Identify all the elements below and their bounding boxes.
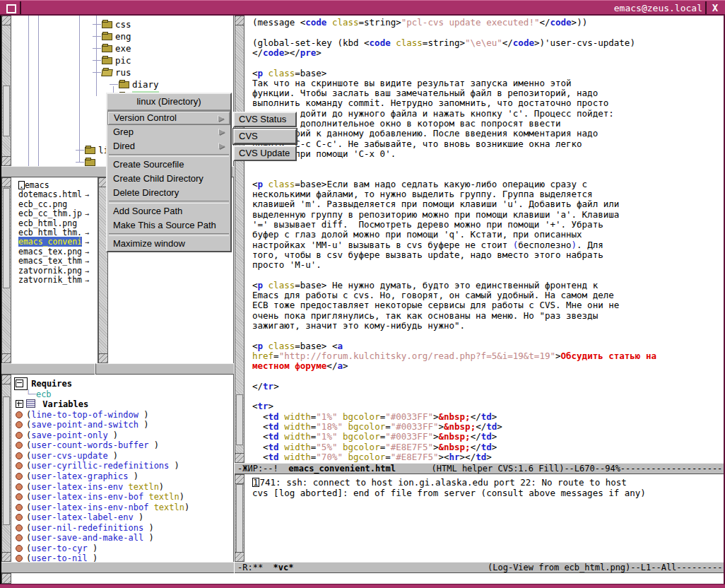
text-segment: >< [438, 452, 449, 462]
method-item-user-latex-ins-env-bof[interactable]: (user-latex-ins-env-bof textln) [16, 492, 184, 502]
menu-item-delete-directory[interactable]: Delete Directory [107, 186, 230, 200]
menu-item-create-sourcefile[interactable]: Create Sourcefile [107, 158, 230, 172]
expand-icon[interactable] [16, 400, 23, 408]
submenu-item-cvs-status[interactable]: CVS Status [233, 112, 297, 127]
editor-line: того, чтобы в csv буфере вызвать update,… [252, 250, 722, 260]
scrollbar-cap[interactable] [235, 475, 244, 484]
dir-tree-item-css[interactable]: css [1, 19, 232, 30]
method-arg [129, 471, 134, 481]
window-close-button[interactable]: X [705, 1, 724, 14]
scrollbar-cap[interactable] [2, 178, 11, 187]
ecb-sources-window[interactable]: .emacsdotemacs.html→ecb_cc.pngecb_cc_thm… [1, 177, 98, 363]
method-item-user-latex-label-env[interactable]: (user-latex-label-env ) [16, 512, 143, 522]
paren: ) [148, 533, 153, 543]
scrollbar-cap[interactable] [2, 156, 11, 165]
file-item-ecb_html.png[interactable]: ecb_html.png [18, 219, 96, 228]
tree-node-ecb[interactable]: └─ecb [16, 389, 52, 399]
file-item-emacs_tex_thm[interactable]: emacs_tex_thm→ [18, 257, 96, 266]
text-segment: "1%" [316, 411, 337, 422]
dir-tree-item-exe[interactable]: exe [1, 43, 232, 54]
method-item-user-latex-ins-env-nbof[interactable]: (user-latex-ins-env-nbof textln) [16, 502, 189, 512]
file-item-zatvornik.png[interactable]: zatvornik.png→ [18, 266, 96, 276]
method-item-user-latex-ins-env[interactable]: (user-latex-ins-env textln) [16, 482, 164, 492]
text-segment: > [343, 360, 348, 371]
dir-tree-item-eng[interactable]: eng [1, 31, 232, 42]
directories-scrollbar[interactable] [1, 16, 11, 166]
edit-window[interactable]: (message <code class=string>"pcl-cvs upd… [235, 16, 724, 463]
file-item-emacs[interactable]: .emacs [18, 181, 96, 190]
method-item-save-point-and-switch[interactable]: (save-point-and-switch ) [16, 420, 148, 430]
text-segment: 1 [252, 478, 259, 487]
method-item-user-to-nil[interactable]: (user-to-nil ) [16, 553, 98, 562]
submenu-item-cvs-update[interactable]: CVS Update [233, 146, 297, 161]
scrollbar-cap[interactable] [2, 375, 11, 384]
text-segment: class [269, 280, 295, 290]
directory-context-menu: linux (Directory) Version ControlGrepDir… [106, 93, 232, 252]
menu-item-label: Grep [113, 127, 134, 137]
minibuffer[interactable]: (make-frame-visible (#<frame emacs@zeus.… [1, 573, 724, 584]
method-item-user-cvs-update[interactable]: (user-cvs-update ) [16, 451, 118, 461]
method-item-user-to-cyr[interactable]: (user-to-cyr ) [16, 543, 98, 553]
vc-scrollbar[interactable] [235, 474, 244, 562]
editor-line: (message <code class=string>"pcl-cvs upd… [252, 18, 722, 28]
method-bullet-icon [16, 545, 23, 552]
dir-tree-item-pic[interactable]: pic [1, 55, 232, 66]
scrollbar-cap[interactable] [235, 552, 244, 561]
submenu-item-cvs-examine[interactable]: CVS Examine [233, 129, 297, 144]
file-item-emacs_tex.png[interactable]: emacs_tex.png→ [18, 247, 96, 257]
menu-item-label: Create Sourcefile [113, 159, 184, 170]
edit-scrollbar[interactable] [235, 16, 244, 463]
text-segment [343, 452, 348, 462]
menu-item-add-source-path[interactable]: Add Source Path [107, 204, 230, 218]
file-item-emacs_conveni[interactable]: emacs_conveni→ [18, 237, 96, 247]
scrollbar-thumb[interactable] [236, 484, 243, 554]
menu-item-grep[interactable]: Grep [107, 125, 230, 139]
text-segment: =base>Если вам надо седлать какую-либо о… [295, 179, 587, 189]
file-item-ecb_cc.png[interactable]: ecb_cc.png [18, 200, 96, 209]
method-item-user-nil-redefinitions[interactable]: (user-nil-redefinitions ) [16, 523, 154, 533]
scrollbar-cap[interactable] [99, 353, 107, 363]
methods-scrollbar[interactable] [1, 375, 11, 562]
scrollbar-thumb[interactable] [236, 394, 243, 445]
method-item-user-latex-graphics[interactable]: (user-latex-graphics ) [16, 471, 138, 481]
text-segment: width [284, 442, 311, 452]
file-item-zatvornik_thm[interactable]: zatvornik_thm→ [18, 276, 96, 285]
tree-node-Requires[interactable]: Requires [16, 379, 72, 389]
text-segment: '=' вызывает diff. Посмотреть дерево мож… [252, 219, 603, 230]
vc-window[interactable]: 1741: ssh: connect to host ion.gi.alaska… [235, 474, 724, 562]
method-item-user-save-and-make-all[interactable]: (user-save-and-make-all ) [16, 533, 154, 543]
text-segment: < [252, 179, 258, 189]
collapse-icon[interactable] [16, 380, 23, 387]
scrollbar-cap[interactable] [2, 552, 11, 561]
dir-tree-item-diary[interactable]: diary [1, 79, 232, 90]
method-item-user-count-words-buffer[interactable]: (user-count-words-buffer ) [16, 440, 159, 450]
method-item-save-point-only[interactable]: (save-point-only ) [16, 430, 118, 440]
method-bullet-icon [16, 442, 23, 449]
scrollbar-thumb[interactable] [3, 188, 10, 288]
file-name: zatvornik_thm [18, 275, 82, 285]
method-item-user-cyrillic-redefinitions[interactable]: (user-cyrillic-redefinitions ) [16, 461, 179, 471]
scrollbar-thumb[interactable] [3, 86, 10, 136]
menu-item-maximize-window[interactable]: Maximize window [107, 237, 230, 251]
menu-item-make-this-a-source-path[interactable]: Make This a Source Path [107, 218, 230, 233]
ecb-methods-window[interactable]: Requires └─ecb Variables(line-to-top-of-… [1, 375, 234, 562]
sources-scrollbar[interactable] [1, 177, 11, 363]
method-item-line-to-top-of-window[interactable]: (line-to-top-of-window ) [16, 410, 148, 420]
scrollbar-cap[interactable] [235, 453, 244, 462]
file-item-ecb_cc_thm.jp[interactable]: ecb_cc_thm.jp→ [18, 209, 96, 218]
scrollbar-cap[interactable] [2, 353, 11, 363]
menu-item-create-child-directory[interactable]: Create Child Directory [107, 172, 230, 186]
tree-node-Variables[interactable]: Variables [16, 399, 88, 409]
scrollbar-cap[interactable] [235, 16, 244, 25]
scrollbar-thumb[interactable] [3, 396, 10, 525]
scrollbar-cap[interactable] [2, 16, 11, 25]
file-item-dotemacs.html[interactable]: dotemacs.html→ [18, 190, 96, 199]
tree-connector [76, 162, 84, 163]
menu-item-dired[interactable]: Dired [107, 139, 230, 153]
menu-item-version-control[interactable]: Version Control [107, 111, 230, 125]
text-segment: pre [300, 47, 317, 58]
file-item-ecb_html_thm.[interactable]: ecb_html_thm.→ [18, 228, 96, 237]
editor-line: <td width="18%" bgcolor="#0033FF">&nbsp;… [252, 422, 722, 432]
window-menu-button[interactable] [1, 1, 21, 14]
dir-tree-item-rus[interactable]: rus [1, 67, 232, 78]
